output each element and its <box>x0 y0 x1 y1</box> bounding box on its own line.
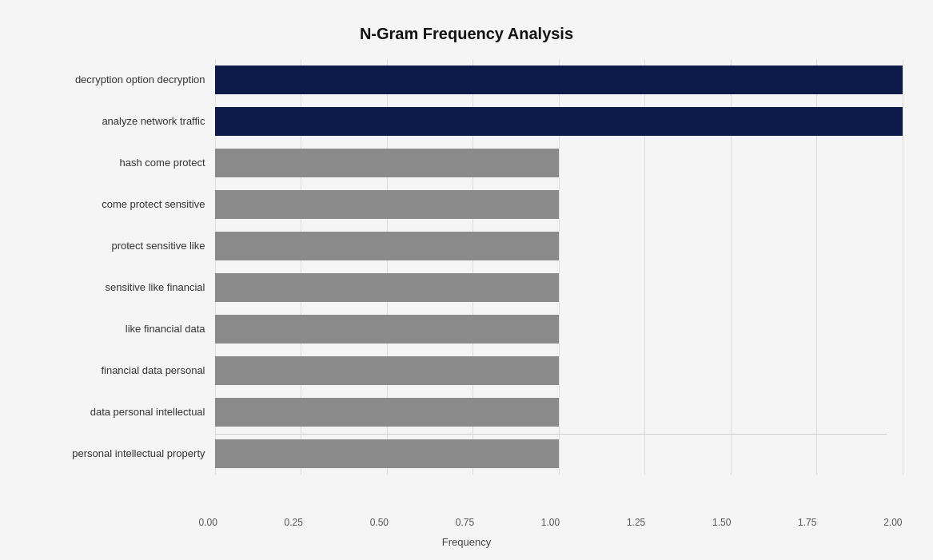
bar-track <box>215 190 903 219</box>
bar-row: decryption option decryption <box>31 61 903 99</box>
bar-fill <box>215 439 559 468</box>
bar-fill <box>215 273 559 302</box>
bar-track <box>215 356 903 385</box>
bar-fill <box>215 190 559 219</box>
x-tick: 0.00 <box>199 517 217 528</box>
bar-track <box>215 232 903 260</box>
bar-label: come protect sensitive <box>31 198 215 210</box>
bar-row: analyze network traffic <box>31 102 903 141</box>
bar-row: personal intellectual property <box>31 435 903 473</box>
bar-label: sensitive like financial <box>31 281 215 293</box>
bar-label: financial data personal <box>31 364 215 376</box>
bar-label: protect sensitive like <box>31 240 215 252</box>
bar-fill <box>215 315 559 344</box>
x-tick: 1.00 <box>541 517 560 528</box>
x-tick: 2.00 <box>883 517 902 528</box>
bar-track <box>215 107 903 136</box>
bar-track <box>215 66 903 94</box>
bars-wrapper: decryption option decryptionanalyze netw… <box>31 59 903 475</box>
bar-row: come protect sensitive <box>31 185 903 224</box>
chart-title: N-Gram Frequency Analysis <box>31 25 903 43</box>
bar-label: analyze network traffic <box>31 115 215 127</box>
x-tick: 1.50 <box>712 517 731 528</box>
bar-fill <box>215 356 559 385</box>
grid-line <box>903 59 903 475</box>
x-tick: 0.50 <box>370 517 389 528</box>
x-axis-label: Frequency <box>15 536 919 548</box>
bar-row: hash come protect <box>31 144 903 182</box>
bar-label: like financial data <box>31 323 215 335</box>
x-tick: 1.25 <box>627 517 645 528</box>
bar-row: protect sensitive like <box>31 227 903 265</box>
bar-row: financial data personal <box>31 351 903 390</box>
bar-fill <box>215 107 903 136</box>
x-axis: 0.000.250.500.751.001.251.501.752.00 <box>199 517 903 528</box>
bar-track <box>215 315 903 344</box>
bar-track <box>215 273 903 302</box>
x-tick: 1.75 <box>798 517 816 528</box>
x-tick: 0.75 <box>456 517 474 528</box>
bar-row: sensitive like financial <box>31 268 903 307</box>
bar-label: data personal intellectual <box>31 406 215 418</box>
bar-row: like financial data <box>31 310 903 348</box>
bar-fill <box>215 398 559 427</box>
bar-fill <box>215 149 559 177</box>
bar-label: personal intellectual property <box>31 447 215 459</box>
x-tick: 0.25 <box>285 517 303 528</box>
chart-area: decryption option decryptionanalyze netw… <box>31 59 903 475</box>
chart-container: N-Gram Frequency Analysis decryption opt… <box>15 9 919 552</box>
bar-track <box>215 398 903 427</box>
bar-fill <box>215 66 903 94</box>
bar-label: decryption option decryption <box>31 73 215 85</box>
bar-label: hash come protect <box>31 157 215 169</box>
bar-track <box>215 439 903 468</box>
bar-track <box>215 149 903 177</box>
bar-row: data personal intellectual <box>31 393 903 431</box>
bar-fill <box>215 232 559 260</box>
